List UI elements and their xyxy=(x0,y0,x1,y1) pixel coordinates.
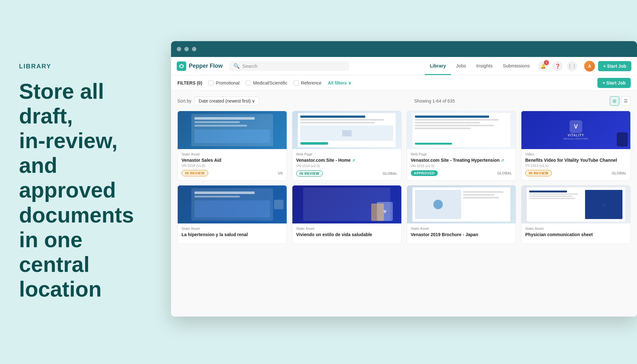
apps-button[interactable]: ⋮⋮ xyxy=(567,61,577,71)
card-thumb-4: V VITALITY MEDICAL MONITORS xyxy=(521,111,630,149)
logo-icon xyxy=(177,61,186,71)
card-info: Static Asset Venastor 2019 Brochure - Ja… xyxy=(407,223,516,244)
card-physician-sheet[interactable]: ... Static Asset Physician communication… xyxy=(521,185,631,244)
card-title: Venastor Sales Aid xyxy=(182,157,283,163)
search-placeholder: Search xyxy=(242,63,258,69)
card-region: GLOBAL xyxy=(612,171,627,175)
card-vitality-video[interactable]: V VITALITY MEDICAL MONITORS Video Benefi… xyxy=(521,111,631,181)
card-type: Static Asset xyxy=(296,227,398,230)
card-type: Static Asset xyxy=(182,152,283,156)
status-badge: IN REVIEW xyxy=(525,170,552,176)
notifications-button[interactable]: 🔔 1 xyxy=(538,61,548,71)
card-thumb-7 xyxy=(407,185,516,223)
title-bar xyxy=(171,41,637,57)
card-id: VN-1018 (v1.0) xyxy=(182,164,283,167)
card-info: Static Asset Physician communication she… xyxy=(521,223,630,244)
logo-text: Pepper Flow xyxy=(189,63,223,69)
promotional-checkbox[interactable] xyxy=(208,80,213,85)
card-id: VN-1014 (v2.0) xyxy=(296,164,398,168)
cards-grid-row1: Static Asset Venastor Sales Aid VN-1018 … xyxy=(177,111,631,181)
card-thumb-6: ♥ xyxy=(292,185,401,223)
library-label: LIBRARY xyxy=(19,63,152,70)
card-info: Static Asset La hipertension y la salud … xyxy=(178,223,287,244)
sort-row: Sort by Date created (newest first) ∨ Sh… xyxy=(177,96,631,106)
add-job-button[interactable]: + Start Job xyxy=(598,61,631,71)
search-bar[interactable]: 🔍 Search xyxy=(229,61,349,71)
medical-checkbox[interactable] xyxy=(246,80,251,85)
card-venastor-home[interactable]: Web Page Venastor.com Site - Home ↗ VN-1… xyxy=(292,111,402,181)
window-dot-yellow[interactable] xyxy=(184,47,189,51)
card-thumb-2 xyxy=(292,111,401,149)
all-filters-button[interactable]: All filters ∨ xyxy=(328,80,351,85)
filter-reference[interactable]: Reference xyxy=(294,80,322,85)
card-info: Web Page Venastor.com Site - Treating Hy… xyxy=(407,149,516,180)
card-title: Viviendo un estilo de vida saludable xyxy=(296,232,398,237)
card-info: Static Asset Viviendo un estilo de vida … xyxy=(292,223,401,244)
card-viviendo[interactable]: ♥ Static Asset Viviendo un estilo de vid… xyxy=(292,185,402,244)
card-title: Physician communication sheet xyxy=(525,232,627,237)
nav-icons: 🔔 1 ❓ ⋮⋮ A xyxy=(538,61,595,72)
grid-view-button[interactable]: ⊞ xyxy=(610,96,619,106)
nav-bar: Pepper Flow 🔍 Search Library Jobs Insigh… xyxy=(171,57,637,75)
card-footer: APPROVED GLOBAL xyxy=(411,170,512,176)
reference-checkbox[interactable] xyxy=(294,80,299,85)
card-title: Venastor.com Site - Treating Hypertensio… xyxy=(411,157,512,163)
filter-bar: FILTERS (0) Promotional Medical/Scientif… xyxy=(171,75,637,91)
sort-select[interactable]: Date created (newest first) ∨ xyxy=(194,97,259,105)
card-venastor-japan[interactable]: Static Asset Venastor 2019 Brochure - Ja… xyxy=(407,185,516,244)
status-badge: IN REVIEW xyxy=(182,170,208,176)
card-type: Web Page xyxy=(411,152,512,156)
card-footer: IN REVIEW GLOBAL xyxy=(525,170,627,176)
nav-link-library[interactable]: Library xyxy=(425,57,451,75)
card-footer: IN REVIEW GLOBAL xyxy=(296,170,398,177)
promotional-label: Promotional xyxy=(216,80,239,85)
avatar[interactable]: A xyxy=(584,61,595,72)
medical-label: Medical/Scientific xyxy=(253,80,287,85)
main-heading: Store all draft, in-review, and approved… xyxy=(19,79,152,302)
card-info: Static Asset Venastor Sales Aid VN-1018 … xyxy=(178,149,287,180)
notification-badge: 1 xyxy=(544,60,549,65)
card-hipertension[interactable]: Static Asset La hipertension y la salud … xyxy=(177,185,287,244)
card-info: Web Page Venastor.com Site - Home ↗ VN-1… xyxy=(292,149,401,180)
filter-medical[interactable]: Medical/Scientific xyxy=(246,80,287,85)
reference-label: Reference xyxy=(301,80,322,85)
card-id: VY-1013 (v1.1) xyxy=(525,164,627,167)
sort-label: Sort by xyxy=(177,98,191,104)
sort-left: Sort by Date created (newest first) ∨ xyxy=(177,97,259,105)
card-venastor-hypertension[interactable]: Web Page Venastor.com Site - Treating Hy… xyxy=(407,111,516,181)
status-badge: APPROVED xyxy=(411,170,438,176)
window-dot-red[interactable] xyxy=(177,47,181,51)
card-type: Video xyxy=(525,152,627,156)
card-region: GLOBAL xyxy=(383,172,397,175)
left-panel: LIBRARY Store all draft, in-review, and … xyxy=(0,0,171,364)
filter-promotional[interactable]: Promotional xyxy=(208,80,239,85)
card-region: GLOBAL xyxy=(497,171,512,175)
card-region: US xyxy=(278,171,283,175)
card-thumb-1 xyxy=(178,111,287,149)
start-job-button[interactable]: + Start Job xyxy=(597,78,631,88)
card-title: Benefits Video for Vitality YouTube Chan… xyxy=(525,157,627,163)
card-type: Static Asset xyxy=(525,227,627,230)
card-thumb-3 xyxy=(407,111,516,149)
window-dot-green[interactable] xyxy=(192,47,196,51)
search-icon: 🔍 xyxy=(233,63,240,69)
status-badge: IN REVIEW xyxy=(296,170,323,177)
card-type: Static Asset xyxy=(411,227,512,230)
nav-link-submissions[interactable]: Submissions xyxy=(498,57,535,75)
card-venastor-sales-aid[interactable]: Static Asset Venastor Sales Aid VN-1018 … xyxy=(177,111,287,181)
nav-link-jobs[interactable]: Jobs xyxy=(451,57,471,75)
nav-links: Library Jobs Insights Submissions xyxy=(425,57,535,75)
card-title: La hipertension y la salud renal xyxy=(182,232,283,237)
card-info: Video Benefits Video for Vitality YouTub… xyxy=(521,149,630,180)
card-thumb-5 xyxy=(178,185,287,223)
showing-text: Showing 1-64 of 635 xyxy=(414,98,455,104)
help-button[interactable]: ❓ xyxy=(552,61,563,71)
card-type: Web Page xyxy=(296,152,398,156)
card-thumb-8: ... xyxy=(521,185,630,223)
logo-area: Pepper Flow xyxy=(177,61,223,71)
list-view-button[interactable]: ☰ xyxy=(621,96,631,106)
card-title: Venastor 2019 Brochure - Japan xyxy=(411,232,512,237)
browser-window: Pepper Flow 🔍 Search Library Jobs Insigh… xyxy=(171,41,637,317)
nav-link-insights[interactable]: Insights xyxy=(471,57,498,75)
card-title: Venastor.com Site - Home ↗ xyxy=(296,157,398,163)
